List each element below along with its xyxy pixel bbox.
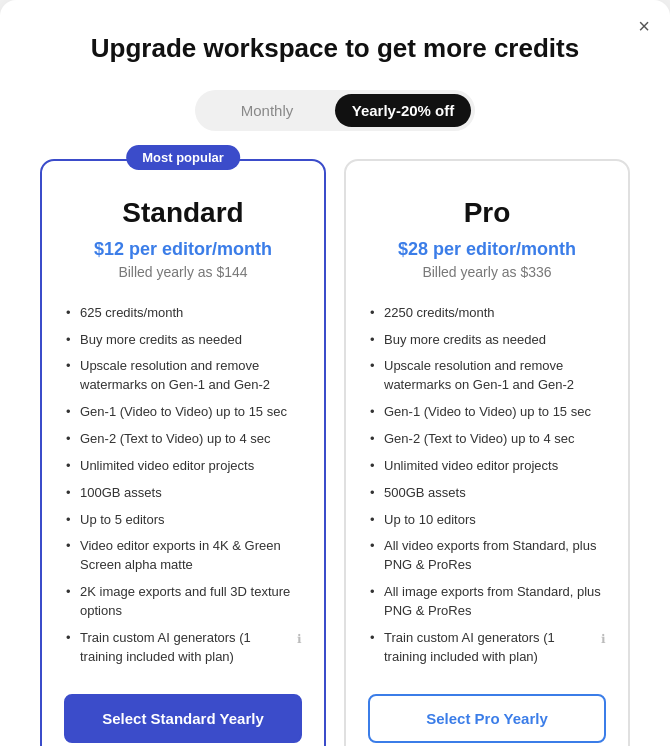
list-item: Gen-1 (Video to Video) up to 15 sec <box>64 399 302 426</box>
list-item: Gen-2 (Text to Video) up to 4 sec <box>64 426 302 453</box>
list-item: Unlimited video editor projects <box>64 453 302 480</box>
list-item: 500GB assets <box>368 480 606 507</box>
list-item: Gen-2 (Text to Video) up to 4 sec <box>368 426 606 453</box>
list-item: Upscale resolution and remove watermarks… <box>368 353 606 399</box>
list-item: Upscale resolution and remove watermarks… <box>64 353 302 399</box>
list-item: Buy more credits as needed <box>368 327 606 354</box>
list-item: Train custom AI generators (1 training i… <box>64 625 302 671</box>
info-icon: ℹ <box>601 631 606 648</box>
pro-features-list: 2250 credits/month Buy more credits as n… <box>368 300 606 671</box>
list-item: All image exports from Standard, plus PN… <box>368 579 606 625</box>
standard-plan-name: Standard <box>64 197 302 229</box>
list-item: Unlimited video editor projects <box>368 453 606 480</box>
list-item: Up to 5 editors <box>64 507 302 534</box>
info-icon: ℹ <box>297 631 302 648</box>
standard-plan-billed: Billed yearly as $144 <box>64 264 302 280</box>
standard-features-list: 625 credits/month Buy more credits as ne… <box>64 300 302 671</box>
list-item: 2K image exports and full 3D texture opt… <box>64 579 302 625</box>
yearly-toggle[interactable]: Yearly-20% off <box>335 94 471 127</box>
pro-plan-price: $28 per editor/month <box>368 239 606 260</box>
list-item: 2250 credits/month <box>368 300 606 327</box>
monthly-toggle[interactable]: Monthly <box>199 94 335 127</box>
pro-plan-card: Pro $28 per editor/month Billed yearly a… <box>344 159 630 746</box>
list-item: Train custom AI generators (1 training i… <box>368 625 606 671</box>
modal-title: Upgrade workspace to get more credits <box>40 32 630 66</box>
close-button[interactable]: × <box>638 16 650 36</box>
list-item: Buy more credits as needed <box>64 327 302 354</box>
standard-plan-card: Most popular Standard $12 per editor/mon… <box>40 159 326 746</box>
most-popular-badge: Most popular <box>126 145 240 170</box>
upgrade-modal: × Upgrade workspace to get more credits … <box>0 0 670 746</box>
list-item: Up to 10 editors <box>368 507 606 534</box>
select-standard-button[interactable]: Select Standard Yearly <box>64 694 302 743</box>
list-item: Gen-1 (Video to Video) up to 15 sec <box>368 399 606 426</box>
list-item: All video exports from Standard, plus PN… <box>368 533 606 579</box>
standard-plan-price: $12 per editor/month <box>64 239 302 260</box>
list-item: 625 credits/month <box>64 300 302 327</box>
billing-toggle: Monthly Yearly-20% off <box>195 90 475 131</box>
pro-plan-billed: Billed yearly as $336 <box>368 264 606 280</box>
list-item: 100GB assets <box>64 480 302 507</box>
list-item: Video editor exports in 4K & Green Scree… <box>64 533 302 579</box>
pro-plan-name: Pro <box>368 197 606 229</box>
plans-container: Most popular Standard $12 per editor/mon… <box>40 159 630 746</box>
select-pro-button[interactable]: Select Pro Yearly <box>368 694 606 743</box>
